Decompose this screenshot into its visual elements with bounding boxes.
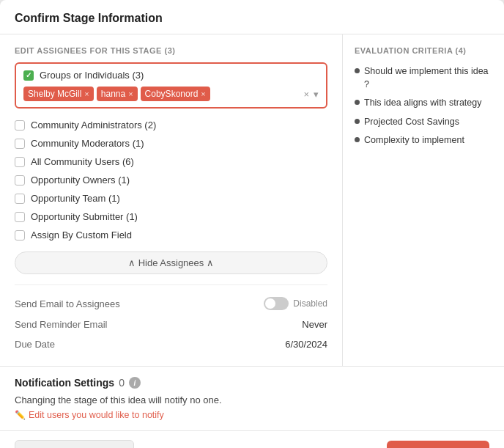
criteria-text: Complexity to implement xyxy=(364,134,464,147)
cancel-button[interactable]: Cancel xyxy=(331,442,378,449)
notification-header: Notification Settings 0 i xyxy=(15,377,489,389)
criteria-item: Complexity to implement xyxy=(355,131,492,150)
criteria-item: This idea aligns with strategy xyxy=(355,94,492,113)
info-row-email: Send Email to Assignees Disabled xyxy=(15,293,327,315)
checkbox-empty[interactable] xyxy=(15,157,25,167)
email-toggle[interactable] xyxy=(264,297,289,310)
toggle-wrap: Disabled xyxy=(264,297,327,310)
tags-controls: × ▾ xyxy=(303,89,319,100)
list-item[interactable]: Opportunity Submitter (1) xyxy=(15,208,327,226)
info-icon[interactable]: i xyxy=(129,377,141,389)
assignees-section-label: EDIT ASSIGNEES FOR THIS STAGE (3) xyxy=(15,46,327,55)
criteria-text: This idea aligns with strategy xyxy=(364,97,482,110)
notification-section: Notification Settings 0 i Changing the s… xyxy=(0,366,504,430)
hide-assignees-button[interactable]: ∧ Hide Assignees ∧ xyxy=(15,251,327,274)
bullet-icon xyxy=(355,137,360,142)
criteria-text: Projected Cost Savings xyxy=(364,116,459,129)
notification-badge: 0 xyxy=(119,377,125,389)
checkbox-empty[interactable] xyxy=(15,139,25,149)
arrow-icon: → xyxy=(311,444,327,448)
notification-title: Notification Settings xyxy=(15,377,114,389)
due-date-label: Due Date xyxy=(15,339,55,350)
tags-row: Shelby McGill×hanna×CobySkonord× × ▾ xyxy=(23,87,319,101)
footer-right: → Cancel Save Changes xyxy=(311,441,489,448)
groups-label: Groups or Individuals (3) xyxy=(40,70,144,81)
modal-header: Confirm Stage Information xyxy=(0,0,504,34)
bullet-icon xyxy=(355,100,360,105)
checkbox-label: All Community Users (6) xyxy=(31,156,134,167)
change-workflow-button[interactable]: 👥 Change Workflow xyxy=(15,440,134,448)
modal-container: Confirm Stage Information EDIT ASSIGNEES… xyxy=(0,0,504,448)
modal-body: EDIT ASSIGNEES FOR THIS STAGE (3) Groups… xyxy=(0,34,504,366)
checkbox-label: Opportunity Owners (1) xyxy=(31,175,130,186)
bullet-icon xyxy=(355,119,360,124)
list-item[interactable]: Assign By Custom Field xyxy=(15,226,327,244)
checkbox-empty[interactable] xyxy=(15,120,25,131)
checkbox-label: Opportunity Team (1) xyxy=(31,193,120,204)
left-panel: EDIT ASSIGNEES FOR THIS STAGE (3) Groups… xyxy=(0,34,343,366)
email-label: Send Email to Assignees xyxy=(15,298,120,309)
checkbox-empty[interactable] xyxy=(15,230,25,240)
assignee-tag: Shelby McGill× xyxy=(23,87,94,101)
bullet-icon xyxy=(355,68,360,73)
save-changes-button[interactable]: Save Changes xyxy=(387,441,489,448)
checkbox-label: Community Moderators (1) xyxy=(31,138,144,149)
tag-label: hanna xyxy=(101,89,125,99)
dropdown-icon[interactable]: ▾ xyxy=(314,89,319,100)
checkbox-list: Community Administrators (2)Community Mo… xyxy=(15,116,327,244)
tag-label: CobySkonord xyxy=(145,89,199,99)
reminder-value: Never xyxy=(302,319,327,330)
checkbox-label: Community Administrators (2) xyxy=(31,120,156,131)
tag-remove-icon[interactable]: × xyxy=(128,89,133,98)
tag-remove-icon[interactable]: × xyxy=(84,89,89,98)
info-row-reminder: Send Reminder Email Never xyxy=(15,315,327,334)
list-item[interactable]: Opportunity Owners (1) xyxy=(15,171,327,189)
tag-label: Shelby McGill xyxy=(28,89,81,99)
right-panel: EVALUATION CRITERIA (4) Should we implem… xyxy=(343,34,504,366)
checkbox-label: Opportunity Submitter (1) xyxy=(31,211,138,222)
criteria-text: Should we implement this idea ? xyxy=(364,65,492,91)
notification-text: Changing the stage of this idea will not… xyxy=(15,394,489,405)
criteria-item: Should we implement this idea ? xyxy=(355,62,492,94)
criteria-list: Should we implement this idea ?This idea… xyxy=(355,62,492,150)
list-item[interactable]: All Community Users (6) xyxy=(15,153,327,171)
assignee-tag: hanna× xyxy=(97,87,138,101)
assignee-box-header: Groups or Individuals (3) xyxy=(23,70,319,81)
list-item[interactable]: Community Moderators (1) xyxy=(15,134,327,153)
disabled-label: Disabled xyxy=(293,298,327,309)
modal-footer: 👥 Change Workflow → Cancel Save Changes xyxy=(0,430,504,448)
clear-tags-icon[interactable]: × xyxy=(303,89,309,100)
criteria-item: Projected Cost Savings xyxy=(355,113,492,132)
checkbox-empty[interactable] xyxy=(15,175,25,186)
reminder-label: Send Reminder Email xyxy=(15,319,107,330)
list-item[interactable]: Community Administrators (2) xyxy=(15,116,327,134)
groups-checkbox[interactable] xyxy=(23,70,34,81)
info-row-due-date: Due Date 6/30/2024 xyxy=(15,334,327,354)
list-item[interactable]: Opportunity Team (1) xyxy=(15,189,327,208)
edit-notify-link[interactable]: ✏️ Edit users you would like to notify xyxy=(15,410,489,420)
info-rows: Send Email to Assignees Disabled Send Re… xyxy=(15,284,327,354)
checkbox-label: Assign By Custom Field xyxy=(31,229,132,240)
edit-icon: ✏️ xyxy=(15,410,26,420)
due-date-value: 6/30/2024 xyxy=(285,339,327,350)
modal-title: Confirm Stage Information xyxy=(15,12,489,25)
tag-remove-icon[interactable]: × xyxy=(201,89,205,98)
assignee-box: Groups or Individuals (3) Shelby McGill×… xyxy=(15,62,327,109)
checkbox-empty[interactable] xyxy=(15,212,25,222)
checkbox-empty[interactable] xyxy=(15,194,25,204)
assignee-tag: CobySkonord× xyxy=(141,87,210,101)
criteria-section-label: EVALUATION CRITERIA (4) xyxy=(355,46,492,55)
